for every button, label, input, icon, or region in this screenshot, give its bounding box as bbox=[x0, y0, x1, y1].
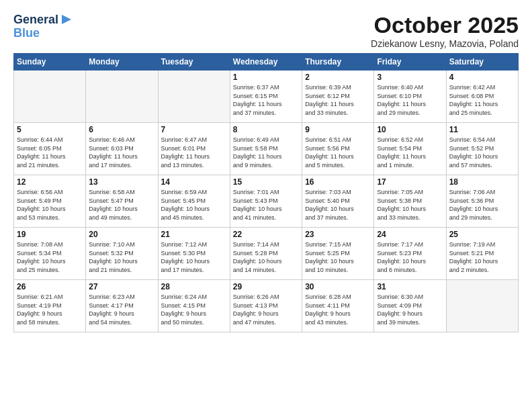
calendar-cell: 19Sunrise: 7:08 AM Sunset: 5:34 PM Dayli… bbox=[14, 228, 86, 280]
calendar-cell: 22Sunrise: 7:14 AM Sunset: 5:28 PM Dayli… bbox=[230, 228, 302, 280]
header: General Blue October 2025 Dziekanow Lesn… bbox=[13, 12, 519, 49]
day-info: Sunrise: 6:44 AM Sunset: 6:05 PM Dayligh… bbox=[17, 136, 83, 169]
month-title: October 2025 bbox=[371, 12, 519, 38]
week-row-4: 19Sunrise: 7:08 AM Sunset: 5:34 PM Dayli… bbox=[14, 228, 519, 280]
calendar-header-row: SundayMondayTuesdayWednesdayThursdayFrid… bbox=[14, 54, 519, 71]
day-info: Sunrise: 6:26 AM Sunset: 4:13 PM Dayligh… bbox=[233, 293, 299, 326]
day-number: 27 bbox=[89, 282, 154, 291]
logo-text: General bbox=[13, 13, 58, 27]
day-number: 2 bbox=[305, 73, 371, 82]
day-number: 23 bbox=[305, 230, 371, 239]
day-number: 28 bbox=[161, 282, 227, 291]
weekday-header-tuesday: Tuesday bbox=[158, 54, 230, 71]
day-number: 19 bbox=[17, 230, 83, 239]
day-number: 25 bbox=[449, 230, 515, 239]
day-number: 29 bbox=[233, 282, 299, 291]
location: Dziekanow Lesny, Mazovia, Poland bbox=[371, 38, 519, 49]
calendar-cell: 5Sunrise: 6:44 AM Sunset: 6:05 PM Daylig… bbox=[14, 123, 86, 175]
day-number: 16 bbox=[305, 177, 371, 187]
day-info: Sunrise: 6:37 AM Sunset: 6:15 PM Dayligh… bbox=[233, 83, 299, 117]
day-number: 26 bbox=[17, 282, 83, 291]
day-info: Sunrise: 7:12 AM Sunset: 5:30 PM Dayligh… bbox=[161, 240, 227, 274]
logo-blue-text: Blue bbox=[13, 27, 40, 40]
calendar-cell: 4Sunrise: 6:42 AM Sunset: 6:08 PM Daylig… bbox=[446, 71, 518, 123]
calendar-cell bbox=[86, 71, 158, 123]
calendar: SundayMondayTuesdayWednesdayThursdayFrid… bbox=[13, 53, 519, 332]
calendar-cell: 14Sunrise: 6:59 AM Sunset: 5:45 PM Dayli… bbox=[158, 175, 230, 228]
calendar-cell: 29Sunrise: 6:26 AM Sunset: 4:13 PM Dayli… bbox=[230, 280, 302, 332]
calendar-cell: 17Sunrise: 7:05 AM Sunset: 5:38 PM Dayli… bbox=[374, 175, 446, 228]
day-number: 24 bbox=[377, 230, 443, 239]
week-row-1: 1Sunrise: 6:37 AM Sunset: 6:15 PM Daylig… bbox=[14, 71, 519, 123]
page: General Blue October 2025 Dziekanow Lesn… bbox=[0, 0, 532, 411]
day-info: Sunrise: 7:19 AM Sunset: 5:21 PM Dayligh… bbox=[449, 240, 515, 274]
calendar-cell: 2Sunrise: 6:39 AM Sunset: 6:12 PM Daylig… bbox=[302, 71, 374, 123]
weekday-header-monday: Monday bbox=[86, 54, 158, 71]
calendar-cell: 16Sunrise: 7:03 AM Sunset: 5:40 PM Dayli… bbox=[302, 175, 374, 228]
day-info: Sunrise: 7:01 AM Sunset: 5:43 PM Dayligh… bbox=[233, 188, 299, 222]
day-number: 20 bbox=[89, 230, 154, 239]
calendar-cell: 12Sunrise: 6:56 AM Sunset: 5:49 PM Dayli… bbox=[14, 175, 86, 228]
day-number: 5 bbox=[17, 125, 83, 134]
calendar-cell: 1Sunrise: 6:37 AM Sunset: 6:15 PM Daylig… bbox=[230, 71, 302, 123]
weekday-header-wednesday: Wednesday bbox=[230, 54, 302, 71]
calendar-cell: 21Sunrise: 7:12 AM Sunset: 5:30 PM Dayli… bbox=[158, 228, 230, 280]
day-info: Sunrise: 6:39 AM Sunset: 6:12 PM Dayligh… bbox=[305, 83, 371, 117]
day-number: 1 bbox=[233, 73, 299, 82]
day-info: Sunrise: 6:54 AM Sunset: 5:52 PM Dayligh… bbox=[449, 136, 515, 169]
calendar-cell bbox=[158, 71, 230, 123]
day-info: Sunrise: 7:03 AM Sunset: 5:40 PM Dayligh… bbox=[305, 188, 371, 222]
day-info: Sunrise: 7:05 AM Sunset: 5:38 PM Dayligh… bbox=[377, 188, 443, 222]
calendar-cell bbox=[14, 71, 86, 123]
calendar-cell: 26Sunrise: 6:21 AM Sunset: 4:19 PM Dayli… bbox=[14, 280, 86, 332]
calendar-cell: 11Sunrise: 6:54 AM Sunset: 5:52 PM Dayli… bbox=[446, 123, 518, 175]
day-info: Sunrise: 7:10 AM Sunset: 5:32 PM Dayligh… bbox=[89, 240, 154, 274]
day-info: Sunrise: 6:42 AM Sunset: 6:08 PM Dayligh… bbox=[449, 83, 515, 117]
day-number: 22 bbox=[233, 230, 299, 239]
day-info: Sunrise: 6:56 AM Sunset: 5:49 PM Dayligh… bbox=[17, 188, 83, 222]
calendar-cell: 13Sunrise: 6:58 AM Sunset: 5:47 PM Dayli… bbox=[86, 175, 158, 228]
day-number: 11 bbox=[449, 125, 515, 134]
day-info: Sunrise: 7:06 AM Sunset: 5:36 PM Dayligh… bbox=[449, 188, 515, 222]
day-info: Sunrise: 6:23 AM Sunset: 4:17 PM Dayligh… bbox=[89, 293, 154, 326]
title-block: October 2025 Dziekanow Lesny, Mazovia, P… bbox=[371, 12, 519, 49]
day-info: Sunrise: 6:24 AM Sunset: 4:15 PM Dayligh… bbox=[161, 293, 227, 326]
weekday-header-thursday: Thursday bbox=[302, 54, 374, 71]
day-info: Sunrise: 6:49 AM Sunset: 5:58 PM Dayligh… bbox=[233, 136, 299, 169]
day-number: 31 bbox=[377, 282, 443, 291]
day-number: 30 bbox=[305, 282, 371, 291]
calendar-cell: 23Sunrise: 7:15 AM Sunset: 5:25 PM Dayli… bbox=[302, 228, 374, 280]
day-info: Sunrise: 7:08 AM Sunset: 5:34 PM Dayligh… bbox=[17, 240, 83, 274]
day-number: 8 bbox=[233, 125, 299, 134]
weekday-header-sunday: Sunday bbox=[14, 54, 86, 71]
calendar-cell: 9Sunrise: 6:51 AM Sunset: 5:56 PM Daylig… bbox=[302, 123, 374, 175]
day-info: Sunrise: 6:21 AM Sunset: 4:19 PM Dayligh… bbox=[17, 293, 83, 326]
logo-arrow-icon bbox=[60, 13, 73, 26]
day-info: Sunrise: 6:59 AM Sunset: 5:45 PM Dayligh… bbox=[161, 188, 227, 222]
calendar-cell: 20Sunrise: 7:10 AM Sunset: 5:32 PM Dayli… bbox=[86, 228, 158, 280]
day-info: Sunrise: 6:40 AM Sunset: 6:10 PM Dayligh… bbox=[377, 83, 443, 117]
day-number: 3 bbox=[377, 73, 443, 82]
day-info: Sunrise: 6:51 AM Sunset: 5:56 PM Dayligh… bbox=[305, 136, 371, 169]
day-number: 21 bbox=[161, 230, 227, 239]
day-number: 10 bbox=[377, 125, 443, 134]
calendar-cell bbox=[446, 280, 518, 332]
calendar-cell: 15Sunrise: 7:01 AM Sunset: 5:43 PM Dayli… bbox=[230, 175, 302, 228]
calendar-cell: 30Sunrise: 6:28 AM Sunset: 4:11 PM Dayli… bbox=[302, 280, 374, 332]
week-row-2: 5Sunrise: 6:44 AM Sunset: 6:05 PM Daylig… bbox=[14, 123, 519, 175]
weekday-header-saturday: Saturday bbox=[446, 54, 518, 71]
day-number: 12 bbox=[17, 177, 83, 187]
day-info: Sunrise: 7:17 AM Sunset: 5:23 PM Dayligh… bbox=[377, 240, 443, 274]
calendar-cell: 3Sunrise: 6:40 AM Sunset: 6:10 PM Daylig… bbox=[374, 71, 446, 123]
weekday-header-friday: Friday bbox=[374, 54, 446, 71]
calendar-cell: 10Sunrise: 6:52 AM Sunset: 5:54 PM Dayli… bbox=[374, 123, 446, 175]
day-info: Sunrise: 6:58 AM Sunset: 5:47 PM Dayligh… bbox=[89, 188, 154, 222]
calendar-cell: 27Sunrise: 6:23 AM Sunset: 4:17 PM Dayli… bbox=[86, 280, 158, 332]
day-info: Sunrise: 7:14 AM Sunset: 5:28 PM Dayligh… bbox=[233, 240, 299, 274]
calendar-cell: 24Sunrise: 7:17 AM Sunset: 5:23 PM Dayli… bbox=[374, 228, 446, 280]
day-info: Sunrise: 6:47 AM Sunset: 6:01 PM Dayligh… bbox=[161, 136, 227, 169]
day-info: Sunrise: 6:28 AM Sunset: 4:11 PM Dayligh… bbox=[305, 293, 371, 326]
calendar-cell: 25Sunrise: 7:19 AM Sunset: 5:21 PM Dayli… bbox=[446, 228, 518, 280]
day-number: 15 bbox=[233, 177, 299, 187]
day-number: 7 bbox=[161, 125, 227, 134]
